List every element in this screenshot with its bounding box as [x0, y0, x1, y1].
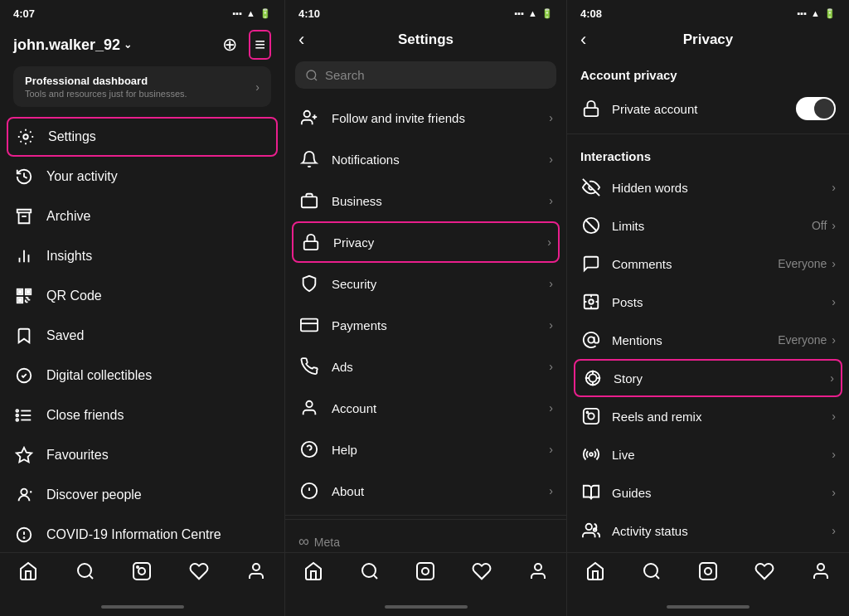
saved-icon — [13, 327, 35, 345]
bottom-nav-mid — [285, 552, 566, 598]
privacy-item-private-account[interactable]: Private account — [567, 87, 849, 130]
svg-marker-18 — [17, 448, 32, 462]
menu-item-favourites[interactable]: Favourites — [0, 435, 284, 475]
menu-label-saved: Saved — [46, 328, 84, 343]
profile-nav-left[interactable] — [246, 561, 266, 581]
svg-point-56 — [589, 299, 594, 304]
privacy-item-activity-status[interactable]: Activity status › — [567, 512, 849, 550]
menu-item-collectibles[interactable]: Digital collectibles — [0, 356, 284, 395]
activity-status-label: Activity status — [612, 524, 688, 538]
heart-nav-right[interactable] — [754, 561, 774, 581]
privacy-item-guides[interactable]: Guides › — [567, 473, 849, 512]
privacy-item-reels[interactable]: Reels and remix › — [567, 397, 849, 435]
reels-label: Reels and remix — [612, 410, 701, 424]
menu-item-insights[interactable]: Insights — [0, 236, 284, 276]
search-nav-right[interactable] — [642, 561, 662, 581]
guides-chevron: › — [832, 486, 836, 499]
heart-nav-left[interactable] — [189, 561, 209, 581]
settings-item-follow[interactable]: Follow and invite friends › — [285, 97, 566, 138]
search-nav-left[interactable] — [75, 561, 95, 581]
menu-item-discover[interactable]: Discover people — [0, 475, 284, 515]
mentions-icon — [580, 331, 602, 349]
notifications-icon — [298, 150, 320, 168]
follow-icon — [298, 109, 320, 127]
privacy-item-posts[interactable]: Posts › — [567, 283, 849, 321]
activity-status-icon — [580, 521, 602, 540]
hamburger-menu-icon[interactable]: ≡ — [249, 30, 271, 60]
settings-item-payments[interactable]: Payments › — [285, 304, 566, 346]
business-chevron: › — [549, 194, 553, 207]
back-button-privacy[interactable]: ‹ — [580, 29, 586, 51]
home-nav-mid[interactable] — [303, 561, 323, 581]
reels-nav-mid[interactable] — [415, 561, 435, 581]
home-nav-left[interactable] — [18, 561, 38, 581]
status-bar-right: 4:08 ▪▪▪ ▲ 🔋 — [567, 0, 849, 23]
menu-item-archive[interactable]: Archive — [0, 196, 284, 236]
privacy-item-hidden-words[interactable]: Hidden words › — [567, 168, 849, 206]
svg-rect-9 — [27, 291, 30, 293]
back-button-settings[interactable]: ‹ — [298, 29, 304, 51]
favourites-icon — [13, 446, 35, 464]
settings-item-account[interactable]: Account › — [285, 387, 566, 429]
privacy-item-comments[interactable]: Comments Everyone › — [567, 245, 849, 283]
svg-point-70 — [587, 412, 589, 414]
search-input[interactable] — [325, 68, 546, 82]
limits-label: Limits — [612, 219, 644, 233]
private-account-toggle[interactable] — [796, 97, 836, 120]
privacy-item-live[interactable]: Live › — [567, 435, 849, 473]
svg-rect-8 — [19, 291, 22, 293]
interactions-divider — [567, 133, 849, 134]
settings-item-about[interactable]: About › — [285, 470, 566, 512]
search-nav-mid[interactable] — [360, 561, 380, 581]
menu-item-qr[interactable]: QR Code — [0, 276, 284, 316]
pro-dashboard-chevron: › — [255, 80, 260, 94]
left-panel: 4:07 ▪▪▪ ▲ 🔋 john.walker_92 ⌄ ⊕ ≡ Profes… — [0, 0, 285, 616]
security-chevron: › — [549, 277, 553, 290]
mentions-label: Mentions — [612, 333, 662, 347]
settings-item-business[interactable]: Business › — [285, 180, 566, 221]
privacy-item-mentions[interactable]: Mentions Everyone › — [567, 321, 849, 359]
ads-icon — [298, 357, 320, 376]
settings-item-security[interactable]: Security › — [285, 263, 566, 304]
menu-label-settings: Settings — [48, 129, 96, 144]
time-mid: 4:10 — [298, 7, 320, 20]
svg-point-16 — [16, 415, 18, 417]
payments-chevron: › — [549, 318, 553, 332]
security-icon — [298, 274, 320, 293]
interactions-header: Interactions — [567, 138, 849, 168]
settings-list: Follow and invite friends › Notification… — [285, 97, 566, 552]
hidden-words-chevron: › — [832, 181, 836, 194]
menu-item-activity[interactable]: Your activity — [0, 157, 284, 196]
menu-item-saved[interactable]: Saved — [0, 316, 284, 356]
comments-value: Everyone — [778, 257, 827, 270]
limits-icon — [580, 216, 602, 235]
settings-item-ads[interactable]: Ads › — [285, 346, 566, 387]
username-row[interactable]: john.walker_92 ⌄ — [13, 36, 132, 54]
add-icon[interactable]: ⊕ — [222, 34, 237, 56]
settings-item-privacy[interactable]: Privacy › — [292, 221, 560, 263]
menu-item-settings[interactable]: Settings — [7, 117, 278, 157]
privacy-item-limits[interactable]: Limits Off › — [567, 206, 849, 245]
menu-label-discover: Discover people — [46, 487, 142, 502]
home-nav-right[interactable] — [585, 561, 605, 581]
left-menu: Settings Your activity Archive — [0, 114, 284, 552]
svg-rect-10 — [19, 299, 22, 302]
menu-item-covid[interactable]: COVID-19 Information Centre — [0, 515, 284, 552]
pro-dashboard-banner[interactable]: Professional dashboard Tools and resourc… — [13, 66, 271, 107]
search-bar[interactable] — [295, 61, 556, 89]
menu-item-close-friends[interactable]: Close friends — [0, 395, 284, 435]
privacy-item-story[interactable]: Story › — [574, 359, 842, 397]
reels-nav-right[interactable] — [698, 561, 718, 581]
profile-nav-right[interactable] — [811, 561, 831, 581]
reels-nav-left[interactable] — [132, 561, 152, 581]
comments-label: Comments — [612, 257, 672, 271]
svg-point-30 — [253, 564, 260, 570]
settings-item-help[interactable]: Help › — [285, 429, 566, 470]
settings-item-notifications[interactable]: Notifications › — [285, 138, 566, 180]
svg-rect-36 — [302, 196, 317, 207]
heart-nav-mid[interactable] — [472, 561, 492, 581]
svg-point-29 — [137, 566, 138, 568]
privacy-icon — [300, 233, 322, 251]
svg-point-69 — [588, 413, 594, 419]
profile-nav-mid[interactable] — [528, 561, 548, 581]
